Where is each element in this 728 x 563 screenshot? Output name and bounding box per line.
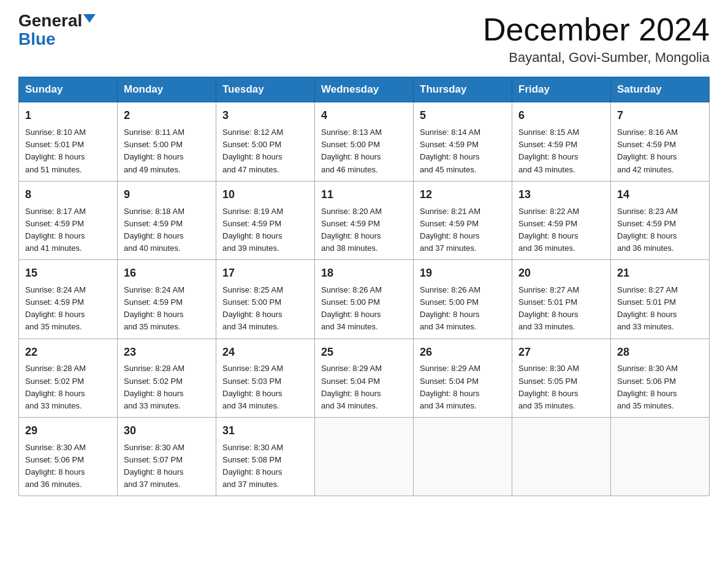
day-number: 1 (25, 107, 111, 124)
day-info: Sunrise: 8:20 AMSunset: 4:59 PMDaylight:… (321, 205, 407, 255)
calendar-cell: 9Sunrise: 8:18 AMSunset: 4:59 PMDaylight… (118, 181, 216, 259)
day-number: 17 (222, 265, 308, 282)
day-number: 27 (518, 344, 604, 361)
weekday-header-monday: Monday (118, 77, 216, 102)
day-info: Sunrise: 8:28 AMSunset: 5:02 PMDaylight:… (124, 362, 210, 412)
day-info: Sunrise: 8:23 AMSunset: 4:59 PMDaylight:… (617, 205, 703, 255)
day-number: 22 (25, 344, 111, 361)
day-info: Sunrise: 8:24 AMSunset: 4:59 PMDaylight:… (25, 284, 111, 334)
day-info: Sunrise: 8:24 AMSunset: 4:59 PMDaylight:… (124, 284, 210, 334)
logo-line1: General (18, 12, 96, 29)
day-number: 3 (222, 107, 308, 124)
day-number: 12 (420, 186, 506, 204)
location-subtitle: Bayantal, Govi-Sumber, Mongolia (483, 50, 710, 66)
day-info: Sunrise: 8:12 AMSunset: 5:00 PMDaylight:… (222, 126, 308, 176)
day-info: Sunrise: 8:15 AMSunset: 4:59 PMDaylight:… (518, 126, 604, 176)
calendar-cell: 1Sunrise: 8:10 AMSunset: 5:01 PMDaylight… (19, 102, 118, 181)
day-info: Sunrise: 8:17 AMSunset: 4:59 PMDaylight:… (25, 205, 111, 255)
day-info: Sunrise: 8:26 AMSunset: 5:00 PMDaylight:… (420, 284, 506, 334)
day-number: 21 (617, 265, 703, 282)
calendar-cell: 26Sunrise: 8:29 AMSunset: 5:04 PMDayligh… (414, 339, 512, 417)
calendar-cell: 19Sunrise: 8:26 AMSunset: 5:00 PMDayligh… (414, 260, 512, 339)
day-number: 18 (321, 265, 407, 282)
day-info: Sunrise: 8:25 AMSunset: 5:00 PMDaylight:… (222, 284, 308, 334)
page-header: General Blue December 2024 Bayantal, Gov… (18, 12, 710, 66)
weekday-header-wednesday: Wednesday (315, 77, 414, 102)
day-number: 26 (420, 344, 506, 361)
day-info: Sunrise: 8:14 AMSunset: 4:59 PMDaylight:… (420, 126, 506, 176)
day-number: 9 (124, 186, 210, 204)
calendar-cell: 16Sunrise: 8:24 AMSunset: 4:59 PMDayligh… (118, 260, 216, 339)
day-info: Sunrise: 8:16 AMSunset: 4:59 PMDaylight:… (617, 126, 703, 176)
day-info: Sunrise: 8:30 AMSunset: 5:06 PMDaylight:… (25, 442, 111, 491)
calendar-cell: 4Sunrise: 8:13 AMSunset: 5:00 PMDaylight… (315, 102, 414, 181)
day-number: 29 (25, 423, 111, 440)
day-info: Sunrise: 8:26 AMSunset: 5:00 PMDaylight:… (321, 284, 407, 334)
day-number: 2 (124, 107, 210, 124)
day-info: Sunrise: 8:19 AMSunset: 4:59 PMDaylight:… (222, 205, 308, 255)
day-number: 20 (518, 265, 604, 282)
calendar-cell: 5Sunrise: 8:14 AMSunset: 4:59 PMDaylight… (414, 102, 512, 181)
weekday-header-thursday: Thursday (414, 77, 512, 102)
day-number: 8 (25, 186, 111, 204)
day-number: 28 (617, 344, 703, 361)
day-info: Sunrise: 8:27 AMSunset: 5:01 PMDaylight:… (617, 284, 703, 334)
weekday-header-saturday: Saturday (611, 77, 710, 102)
day-info: Sunrise: 8:13 AMSunset: 5:00 PMDaylight:… (321, 126, 407, 176)
day-info: Sunrise: 8:29 AMSunset: 5:04 PMDaylight:… (321, 362, 407, 412)
day-number: 4 (321, 107, 407, 124)
day-info: Sunrise: 8:30 AMSunset: 5:07 PMDaylight:… (124, 442, 210, 491)
month-title: December 2024 (483, 12, 710, 47)
title-area: December 2024 Bayantal, Govi-Sumber, Mon… (483, 12, 710, 66)
calendar-cell: 6Sunrise: 8:15 AMSunset: 4:59 PMDaylight… (512, 102, 611, 181)
day-number: 7 (617, 107, 703, 124)
day-number: 15 (25, 265, 111, 282)
calendar-cell (611, 418, 710, 496)
day-number: 31 (222, 423, 308, 440)
day-info: Sunrise: 8:30 AMSunset: 5:06 PMDaylight:… (617, 362, 703, 412)
weekday-header-friday: Friday (512, 77, 611, 102)
day-number: 23 (124, 344, 210, 361)
calendar-cell (315, 418, 414, 496)
logo-triangle-icon (83, 14, 96, 23)
day-info: Sunrise: 8:30 AMSunset: 5:05 PMDaylight:… (518, 362, 604, 412)
day-info: Sunrise: 8:30 AMSunset: 5:08 PMDaylight:… (222, 442, 308, 491)
week-row-5: 29Sunrise: 8:30 AMSunset: 5:06 PMDayligh… (19, 418, 710, 496)
calendar-cell: 27Sunrise: 8:30 AMSunset: 5:05 PMDayligh… (512, 339, 611, 417)
calendar-cell: 17Sunrise: 8:25 AMSunset: 5:00 PMDayligh… (216, 260, 315, 339)
week-row-3: 15Sunrise: 8:24 AMSunset: 4:59 PMDayligh… (19, 260, 710, 339)
day-info: Sunrise: 8:11 AMSunset: 5:00 PMDaylight:… (124, 126, 210, 176)
week-row-1: 1Sunrise: 8:10 AMSunset: 5:01 PMDaylight… (19, 102, 710, 181)
day-number: 13 (518, 186, 604, 204)
calendar-cell: 29Sunrise: 8:30 AMSunset: 5:06 PMDayligh… (19, 418, 118, 496)
day-number: 6 (518, 107, 604, 124)
logo: General Blue (18, 12, 96, 48)
day-number: 24 (222, 344, 308, 361)
calendar-cell: 20Sunrise: 8:27 AMSunset: 5:01 PMDayligh… (512, 260, 611, 339)
day-info: Sunrise: 8:28 AMSunset: 5:02 PMDaylight:… (25, 362, 111, 412)
calendar-cell: 12Sunrise: 8:21 AMSunset: 4:59 PMDayligh… (414, 181, 512, 259)
calendar-cell: 13Sunrise: 8:22 AMSunset: 4:59 PMDayligh… (512, 181, 611, 259)
calendar-cell (512, 418, 611, 496)
calendar-cell: 24Sunrise: 8:29 AMSunset: 5:03 PMDayligh… (216, 339, 315, 417)
calendar-cell: 7Sunrise: 8:16 AMSunset: 4:59 PMDaylight… (611, 102, 710, 181)
calendar-cell: 10Sunrise: 8:19 AMSunset: 4:59 PMDayligh… (216, 181, 315, 259)
day-info: Sunrise: 8:29 AMSunset: 5:04 PMDaylight:… (420, 362, 506, 412)
day-number: 14 (617, 186, 703, 204)
calendar-cell: 25Sunrise: 8:29 AMSunset: 5:04 PMDayligh… (315, 339, 414, 417)
calendar-cell: 15Sunrise: 8:24 AMSunset: 4:59 PMDayligh… (19, 260, 118, 339)
week-row-2: 8Sunrise: 8:17 AMSunset: 4:59 PMDaylight… (19, 181, 710, 259)
calendar-cell (414, 418, 512, 496)
day-info: Sunrise: 8:21 AMSunset: 4:59 PMDaylight:… (420, 205, 506, 255)
weekday-header-tuesday: Tuesday (216, 77, 315, 102)
calendar-cell: 3Sunrise: 8:12 AMSunset: 5:00 PMDaylight… (216, 102, 315, 181)
weekday-header-row: SundayMondayTuesdayWednesdayThursdayFrid… (19, 77, 710, 102)
day-info: Sunrise: 8:27 AMSunset: 5:01 PMDaylight:… (518, 284, 604, 334)
day-number: 19 (420, 265, 506, 282)
day-number: 16 (124, 265, 210, 282)
weekday-header-sunday: Sunday (19, 77, 118, 102)
calendar-cell: 23Sunrise: 8:28 AMSunset: 5:02 PMDayligh… (118, 339, 216, 417)
day-number: 11 (321, 186, 407, 204)
calendar-table: SundayMondayTuesdayWednesdayThursdayFrid… (18, 77, 710, 496)
day-number: 30 (124, 423, 210, 440)
